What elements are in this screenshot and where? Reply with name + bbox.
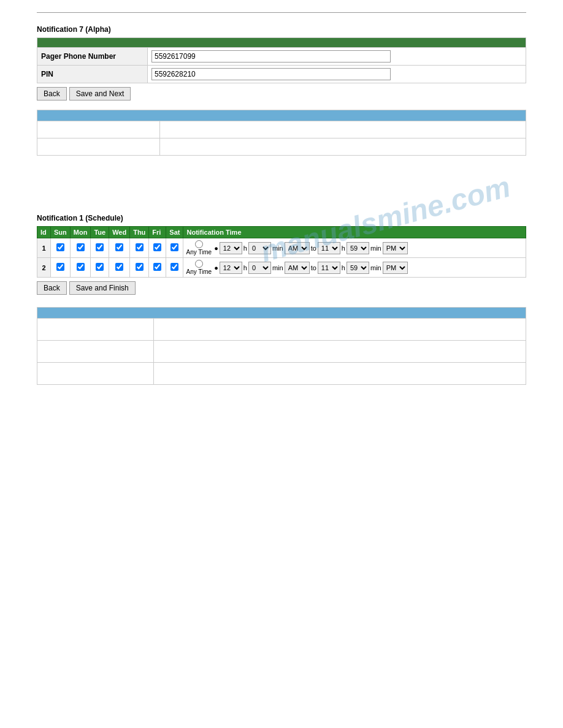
col-wed: Wed bbox=[109, 227, 130, 238]
notification7-section: Notification 7 (Alpha) Pager Phone Numbe… bbox=[37, 25, 526, 100]
col-thu: Thu bbox=[130, 227, 149, 238]
spacer-1 bbox=[37, 165, 526, 214]
row-1-tue-check[interactable] bbox=[96, 243, 104, 251]
row-2-from-icon: ● bbox=[214, 264, 218, 271]
row-1-sat bbox=[166, 238, 183, 258]
row-2-sun bbox=[51, 258, 71, 278]
row-2-anytime-radio[interactable] bbox=[195, 260, 203, 268]
bottom-row-2 bbox=[37, 341, 526, 363]
row-2-to-min[interactable]: 015304559 bbox=[347, 262, 369, 274]
bottom-blue-header bbox=[37, 308, 526, 319]
row-2-tue-check[interactable] bbox=[96, 263, 104, 271]
row-2-sat bbox=[166, 258, 183, 278]
row-2-time-cell: Any Time ● 12123 4567 891011 h 015304 bbox=[183, 258, 526, 278]
row-1-sun-check[interactable] bbox=[56, 243, 64, 251]
bottom-row-1 bbox=[37, 319, 526, 341]
row-1-anytime-label: Any Time bbox=[186, 249, 212, 256]
row-2-tue bbox=[91, 258, 109, 278]
row-2-mon-check[interactable] bbox=[77, 263, 85, 271]
row-2-time-controls: ● 12123 4567 891011 h 015304559 min bbox=[214, 262, 408, 274]
row-1-sat-check[interactable] bbox=[170, 243, 178, 251]
row-1-to-ampm[interactable]: AMPM bbox=[383, 242, 408, 254]
row-1-id: 1 bbox=[37, 238, 51, 258]
row-1-sun bbox=[51, 238, 71, 258]
bottom-row-1-right bbox=[154, 319, 526, 341]
empty-left-2 bbox=[37, 138, 160, 156]
col-id: Id bbox=[37, 227, 51, 238]
notification1-title: Notification 1 (Schedule) bbox=[37, 214, 526, 222]
row-2-sun-check[interactable] bbox=[56, 263, 64, 271]
row-2-wed-check[interactable] bbox=[115, 263, 123, 271]
row-1-min2: min bbox=[370, 245, 381, 252]
row-2-wed bbox=[109, 258, 130, 278]
col-fri: Fri bbox=[149, 227, 166, 238]
save-finish-button[interactable]: Save and Finish bbox=[69, 281, 136, 295]
row-1-from-ampm[interactable]: AMPM bbox=[285, 242, 310, 254]
schedule-row-1: 1 Any Time ● bbox=[37, 238, 526, 258]
row-1-wed-check[interactable] bbox=[115, 243, 123, 251]
notification7-header-bar bbox=[37, 38, 526, 48]
notification7-save-next-button[interactable]: Save and Next bbox=[69, 87, 131, 100]
pin-cell bbox=[148, 66, 526, 83]
empty-left-1 bbox=[37, 121, 160, 138]
col-mon: Mon bbox=[70, 227, 91, 238]
col-notification-time: Notification Time bbox=[183, 227, 526, 238]
row-2-sat-check[interactable] bbox=[170, 263, 178, 271]
col-sun: Sun bbox=[51, 227, 71, 238]
schedule-row-2: 2 Any Time ● bbox=[37, 258, 526, 278]
pager-phone-label: Pager Phone Number bbox=[37, 48, 148, 66]
pager-phone-input[interactable] bbox=[151, 50, 391, 63]
row-2-thu bbox=[130, 258, 149, 278]
row-1-fri bbox=[149, 238, 166, 258]
blue-header-1 bbox=[37, 110, 526, 121]
row-2-from-min[interactable]: 015304559 bbox=[248, 262, 271, 274]
row-2-min1: min bbox=[272, 264, 283, 271]
row-1-fri-check[interactable] bbox=[153, 243, 161, 251]
pin-input[interactable] bbox=[151, 68, 391, 80]
schedule-buttons: Back Save and Finish bbox=[37, 281, 526, 295]
row-2-h2: h bbox=[342, 264, 345, 271]
row-1-min1: min bbox=[272, 245, 283, 252]
row-1-from-icon: ● bbox=[214, 245, 218, 252]
row-2-from-hour[interactable]: 12123 4567 891011 bbox=[220, 262, 242, 274]
bottom-row-1-left bbox=[37, 319, 154, 341]
row-1-h2: h bbox=[342, 245, 345, 252]
col-tue: Tue bbox=[91, 227, 109, 238]
bottom-row-2-left bbox=[37, 341, 154, 363]
row-1-to-min[interactable]: 015304559 bbox=[347, 242, 369, 254]
pin-label: PIN bbox=[37, 66, 148, 83]
pager-phone-cell bbox=[148, 48, 526, 66]
bottom-row-3-right bbox=[154, 363, 526, 385]
row-1-time-cell: Any Time ● 12123 4567 891011 h 015304 bbox=[183, 238, 526, 258]
schedule-back-button[interactable]: Back bbox=[37, 281, 67, 295]
bottom-row-3-left bbox=[37, 363, 154, 385]
notification7-table: Pager Phone Number PIN bbox=[37, 37, 526, 83]
row-2-id: 2 bbox=[37, 258, 51, 278]
row-1-thu-check[interactable] bbox=[136, 243, 144, 251]
row-1-h1: h bbox=[243, 245, 247, 252]
schedule-header-row: Id Sun Mon Tue Wed Thu Fri Sat Notificat… bbox=[37, 227, 526, 238]
row-2-thu-check[interactable] bbox=[136, 263, 144, 271]
row-2-mon bbox=[70, 258, 91, 278]
row-1-from-min[interactable]: 015304559 bbox=[248, 242, 271, 254]
bottom-row-3 bbox=[37, 363, 526, 385]
row-2-fri bbox=[149, 258, 166, 278]
row-2-to-label: to bbox=[311, 264, 316, 271]
row-1-from-hour[interactable]: 12123 4567 891011 bbox=[220, 242, 242, 254]
empty-blue-table-1 bbox=[37, 110, 526, 156]
row-1-thu bbox=[130, 238, 149, 258]
pin-row: PIN bbox=[37, 66, 526, 83]
row-2-h1: h bbox=[243, 264, 247, 271]
row-2-fri-check[interactable] bbox=[153, 263, 161, 271]
notification1-section: Notification 1 (Schedule) Id Sun Mon Tue… bbox=[37, 214, 526, 295]
row-2-from-ampm[interactable]: AMPM bbox=[285, 262, 310, 274]
row-2-to-ampm[interactable]: AMPM bbox=[383, 262, 408, 274]
row-1-anytime-radio[interactable] bbox=[195, 240, 203, 248]
row-1-to-hour[interactable]: 12123 4567 891011 bbox=[318, 242, 340, 254]
bottom-row-2-right bbox=[154, 341, 526, 363]
notification7-back-button[interactable]: Back bbox=[37, 87, 67, 100]
row-2-to-hour[interactable]: 12123 4567 891011 bbox=[318, 262, 340, 274]
row-1-mon-check[interactable] bbox=[77, 243, 85, 251]
pager-phone-row: Pager Phone Number bbox=[37, 48, 526, 66]
row-1-time-controls: ● 12123 4567 891011 h 015304559 min bbox=[214, 242, 408, 254]
